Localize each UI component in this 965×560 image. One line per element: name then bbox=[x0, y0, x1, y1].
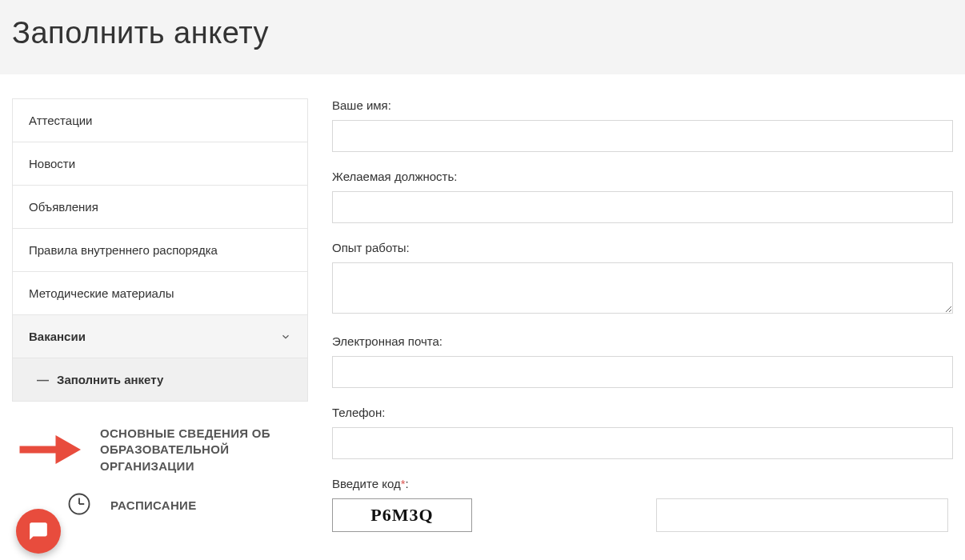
captcha-label: Введите код*: bbox=[332, 477, 953, 490]
sidebar-item-materialy[interactable]: Методические материалы bbox=[13, 272, 307, 315]
experience-label: Опыт работы: bbox=[332, 241, 953, 254]
sidebar-item-label: Вакансии bbox=[29, 330, 86, 343]
name-label: Ваше имя: bbox=[332, 98, 953, 112]
page-title: Заполнить анкету bbox=[12, 16, 953, 50]
email-input[interactable] bbox=[332, 356, 953, 388]
sidebar-nav: Аттестации Новости Объявления Правила вн… bbox=[12, 98, 308, 402]
position-input[interactable] bbox=[332, 191, 953, 223]
captcha-image: P6M3Q bbox=[332, 498, 472, 532]
sidebar: Аттестации Новости Объявления Правила вн… bbox=[12, 98, 308, 560]
experience-textarea[interactable] bbox=[332, 262, 953, 314]
chevron-down-icon bbox=[280, 331, 291, 342]
name-input[interactable] bbox=[332, 120, 953, 152]
chat-widget-button[interactable] bbox=[16, 509, 61, 554]
page-header: Заполнить анкету bbox=[0, 0, 965, 74]
sidebar-item-novosti[interactable]: Новости bbox=[13, 142, 307, 186]
position-label: Желаемая должность: bbox=[332, 170, 953, 183]
sidebar-item-obyavleniya[interactable]: Объявления bbox=[13, 186, 307, 229]
promo-block-schedule[interactable]: РАСПИСАНИЕ bbox=[12, 492, 308, 519]
captcha-input[interactable] bbox=[656, 498, 948, 532]
required-star: * bbox=[401, 477, 406, 490]
sidebar-item-attestacii[interactable]: Аттестации bbox=[13, 99, 307, 142]
arrow-right-icon bbox=[16, 426, 88, 474]
phone-input[interactable] bbox=[332, 427, 953, 459]
promo-text: ОСНОВНЫЕ СВЕДЕНИЯ ОБ ОБРАЗОВАТЕЛЬНОЙ ОРГ… bbox=[100, 426, 304, 474]
promo-text-2: РАСПИСАНИЕ bbox=[110, 498, 196, 514]
sidebar-item-anketa[interactable]: Заполнить анкету bbox=[13, 358, 307, 402]
sidebar-item-pravila[interactable]: Правила внутреннего распорядка bbox=[13, 229, 307, 272]
promo-block-info[interactable]: ОСНОВНЫЕ СВЕДЕНИЯ ОБ ОБРАЗОВАТЕЛЬНОЙ ОРГ… bbox=[12, 418, 308, 482]
sidebar-item-vakansii[interactable]: Вакансии bbox=[13, 315, 307, 358]
form-area: Ваше имя: Желаемая должность: Опыт работ… bbox=[332, 98, 953, 560]
email-label: Электронная почта: bbox=[332, 334, 953, 348]
chat-icon bbox=[28, 521, 49, 542]
phone-label: Телефон: bbox=[332, 406, 953, 419]
